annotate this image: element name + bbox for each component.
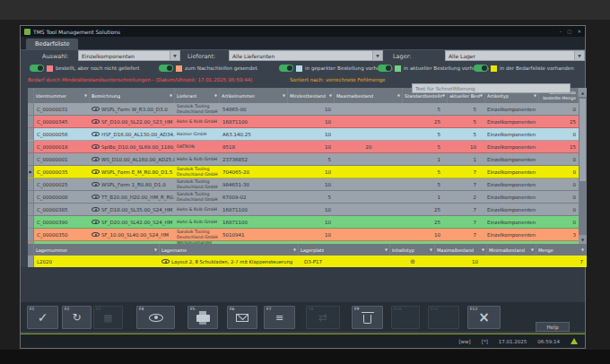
chevron-down-icon[interactable]: ▼ <box>372 51 382 60</box>
scrollbar-track[interactable] <box>579 97 587 235</box>
cell: 5 <box>403 103 448 115</box>
cell: 1 <box>403 153 448 165</box>
filter-icon[interactable]: ▼ <box>329 93 332 98</box>
row-header <box>28 191 34 203</box>
toolbar-button-f12[interactable]: F12× <box>467 306 501 329</box>
table-row[interactable]: C_00000390SF_D20.00_SL42.00_S24_HMHahn &… <box>28 216 579 229</box>
row-header <box>28 128 34 140</box>
chevron-down-icon[interactable]: ▼ <box>574 51 584 60</box>
legend-label: in der Bedarfsliste vorhanden <box>500 65 574 71</box>
filter-icon[interactable]: ▼ <box>534 93 536 98</box>
table-row[interactable]: C_00000345SF_D10.00_SL22.00_S23_HMHahn &… <box>28 116 579 128</box>
filter-icon[interactable]: ▼ <box>397 93 400 98</box>
column-header[interactable]: Identnummer▼ <box>34 88 90 103</box>
cell: 0 <box>539 204 579 215</box>
auswahl-dropdown[interactable]: Einzelkomponenten ▼ <box>78 50 180 61</box>
chevron-down-icon[interactable]: ▼ <box>170 51 179 60</box>
filter-icon[interactable]: ▼ <box>482 247 484 252</box>
table-row[interactable]: C_00000001WS_D10.00_AL160.00_AD25.00_HSK… <box>28 153 579 166</box>
scroll-up-icon[interactable]: ▲ <box>579 88 587 97</box>
column-header[interactable]: Lagername▼ <box>160 244 299 256</box>
filter-icon[interactable]: ▼ <box>531 247 534 252</box>
table-row[interactable]: C_00000031WSPL_Form W_R3.00_D3.0Sandvik … <box>28 103 579 116</box>
toolbar-button-f5[interactable]: F5 <box>187 306 218 329</box>
toolbar-button-f4[interactable]: F4 <box>136 306 175 329</box>
table-row[interactable]: C_00000385SF_D18.00_SL35.00_S24_HMHahn &… <box>28 204 579 216</box>
close-icon[interactable]: ✕ <box>577 29 581 34</box>
filter-icon[interactable]: ▼ <box>170 93 172 98</box>
eye-icon <box>92 182 100 186</box>
cell-text: SF_D18.00_SL35.00_S24_HM <box>101 207 172 212</box>
column-header[interactable]: Maximalbestand▼ <box>335 88 403 103</box>
toggle-switch[interactable] <box>474 65 488 72</box>
table-row[interactable]: C_00000008TT_B20.00_H20.00_HM_R_R0.6Sand… <box>28 191 579 204</box>
warning-icon <box>571 338 578 344</box>
lieferant-dropdown[interactable]: Alle Lieferanten ▼ <box>229 50 383 61</box>
eye-icon <box>92 169 100 174</box>
table-row[interactable]: L2020Layout 2, 8 Schubladen, 2-7 mit Kla… <box>28 256 587 267</box>
toggle-switch[interactable] <box>30 65 44 72</box>
cell: 10 <box>288 103 335 115</box>
toolbar-button-f1[interactable]: F1✓ <box>27 306 58 329</box>
column-header[interactable]: Mindestbestand▼ <box>288 88 335 103</box>
scroll-down-icon[interactable]: ▼ <box>579 235 587 244</box>
toolbar-button-f2[interactable]: F2↻ <box>62 306 92 329</box>
column-header[interactable]: Lieferant▼ <box>175 88 220 103</box>
filter-icon[interactable]: ▼ <box>385 247 388 252</box>
filter-icon[interactable]: ▼ <box>581 247 584 252</box>
filter-icon[interactable]: ▼ <box>84 93 87 98</box>
toolbar-button-f6[interactable]: F6 <box>227 306 257 329</box>
filter-icon[interactable]: ▼ <box>283 93 285 98</box>
close-icon: × <box>468 307 500 328</box>
window-title: TMS Tool Management Solutions <box>33 29 120 35</box>
cell: DATRON <box>175 141 220 152</box>
vertical-scrollbar[interactable]: ▲ ▼ <box>579 88 587 244</box>
cell: 7 <box>448 204 485 215</box>
column-header[interactable]: Bezeichnung▼ <box>90 88 175 103</box>
lager-dropdown[interactable]: Alle Lager ▼ <box>445 50 585 61</box>
column-header-label: Bezeichnung <box>92 93 120 99</box>
toggle-switch[interactable] <box>279 65 293 72</box>
lieferant-label: Lieferant: <box>187 53 215 60</box>
minimize-icon[interactable]: – <box>559 29 562 34</box>
table-row[interactable]: C_00000056HSF_D16.00_AL130.00_AD34.00_HS… <box>28 128 579 141</box>
cell: Sandvik Tooling Deutschland GmbH <box>175 103 220 115</box>
cell: 0 <box>539 128 579 140</box>
toolbar-button-f7[interactable]: F7≡ <box>264 306 295 329</box>
legend-item: in geparkter Bestellung vorhanden <box>279 65 392 72</box>
filter-icon[interactable]: ▼ <box>430 247 432 252</box>
cell <box>335 178 403 190</box>
table-row[interactable]: C_00000018SpiBo_D10.00_SL69.00_1180_S22_… <box>28 141 579 153</box>
quick-filter-input[interactable] <box>412 83 571 93</box>
column-header[interactable]: Lagernummer▼ <box>34 244 160 256</box>
column-header[interactable]: Menge▼ <box>536 244 587 256</box>
scrollbar-thumb[interactable] <box>580 99 586 181</box>
column-header[interactable]: Artikelnummer▼ <box>220 88 288 103</box>
cell-text: SpiBo_D10.00_SL69.00_1180_S22_HM <box>101 144 175 150</box>
toggle-switch[interactable] <box>159 65 173 72</box>
column-header[interactable]: Minimalbestand▼ <box>487 244 536 256</box>
tab-bedarfsliste[interactable]: Bedarfsliste <box>26 39 78 49</box>
filter-icon[interactable]: ▼ <box>442 93 445 98</box>
row-header <box>28 141 34 152</box>
cell: 16871100 <box>220 216 288 228</box>
filter-icon[interactable]: ▼ <box>214 93 217 98</box>
toolbar-button-f9[interactable]: F9 <box>352 306 383 329</box>
cell: L2020 <box>34 256 160 267</box>
column-header-label: Menge <box>538 247 553 253</box>
filter-icon[interactable]: ▼ <box>154 247 157 252</box>
table-row[interactable]: C_00000350SF_10.00_SL40.00_S24_HMSandvik… <box>28 229 579 241</box>
cell: 0 <box>539 103 579 115</box>
lower-strip <box>21 267 585 302</box>
maximize-icon[interactable]: ▢ <box>567 29 571 34</box>
column-header[interactable]: Lagerplatz▼ <box>299 244 390 256</box>
help-button[interactable]: Help <box>536 322 570 332</box>
table-row[interactable]: ▶C_00000035WSPL_Form E_M_R0.80_D1.5Sandv… <box>28 166 579 178</box>
column-header[interactable]: Inhaltstyp▼ <box>390 244 435 256</box>
toggle-switch[interactable] <box>378 65 392 72</box>
filter-icon[interactable]: ▼ <box>293 247 296 252</box>
row-header <box>28 204 34 215</box>
column-header[interactable]: Maximalbestand▼ <box>435 244 487 256</box>
table-row[interactable]: C_00000025WSPL_Form 1_R0.80_D1.0Sandvik … <box>28 178 579 191</box>
filter-icon[interactable]: ▼ <box>480 93 483 98</box>
